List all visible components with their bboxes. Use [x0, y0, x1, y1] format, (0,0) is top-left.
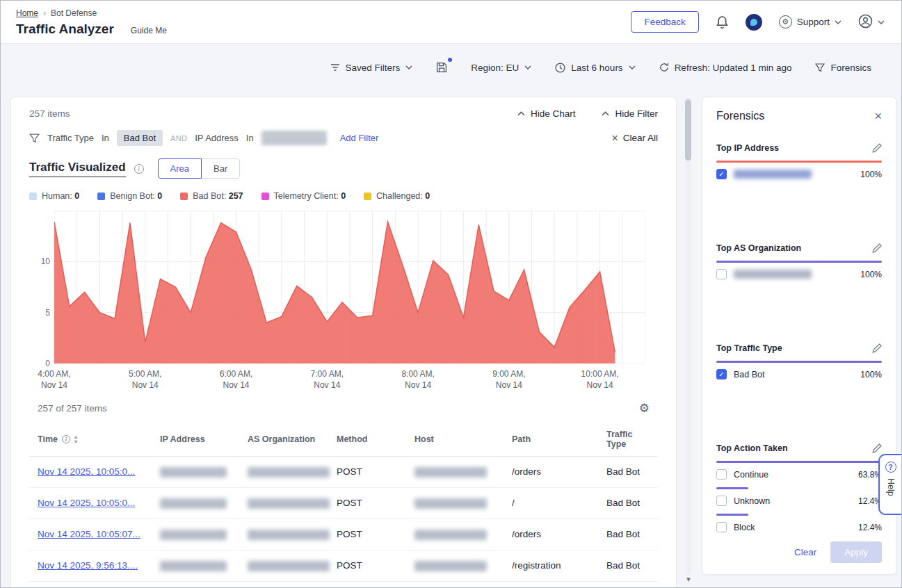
filter-operator-1[interactable]: In	[102, 133, 109, 143]
edit-pencil-icon[interactable]	[872, 443, 882, 453]
close-icon: ×	[611, 132, 618, 145]
cell-time[interactable]: Nov 14 2025, 10:05:07...	[38, 529, 160, 539]
column-header-host[interactable]: Host	[414, 434, 512, 444]
chevron-down-icon	[835, 20, 841, 24]
column-header-as-organization[interactable]: AS Organization	[248, 434, 337, 444]
column-header-method[interactable]: Method	[337, 434, 414, 444]
assistant-icon[interactable]	[746, 14, 762, 31]
table-header-row: Time i ▴▾ IP Address AS Organization Met…	[29, 423, 658, 457]
close-icon[interactable]: ×	[874, 110, 882, 122]
scroll-down-arrow-icon[interactable]: ▾	[685, 575, 692, 584]
table-row[interactable]: Nov 14 2025, 10:05:0...POST/ordersBad Bo…	[29, 457, 658, 488]
cell-time[interactable]: Nov 14 2025, 10:05:0...	[38, 498, 160, 508]
legend-swatch	[180, 193, 188, 200]
filter-field-2[interactable]: IP Address	[195, 133, 239, 143]
saved-filters-dropdown[interactable]: Saved Filters	[319, 63, 425, 73]
area-chart-button[interactable]: Area	[158, 158, 202, 179]
forensics-toggle-label: Forensics	[830, 63, 871, 73]
forensics-item[interactable]: Unknown12.4%	[716, 496, 882, 506]
item-label: Continue	[734, 470, 768, 480]
column-header-traffic-type[interactable]: Traffic Type	[606, 430, 650, 449]
table-row[interactable]: Nov 14 2025, 9:56:13....POST/registratio…	[29, 550, 658, 582]
checkbox[interactable]	[716, 522, 727, 532]
refresh-status-label: Refresh: Updated 1 min ago	[675, 63, 792, 73]
help-tab[interactable]: ? Help	[878, 454, 901, 515]
cell-time[interactable]: Nov 14 2025, 10:05:0...	[38, 466, 160, 477]
forensics-item[interactable]: Continue63.8%	[716, 469, 882, 480]
hide-filter-toggle[interactable]: Hide Filter	[602, 108, 658, 119]
legend-item-telemetry-client[interactable]: Telemetry Client: 0	[261, 191, 346, 201]
scrollbar-thumb[interactable]	[685, 99, 691, 161]
vertical-scrollbar[interactable]	[685, 98, 691, 575]
edit-pencil-icon[interactable]	[872, 243, 882, 253]
filter-conjunction: AND	[170, 134, 187, 142]
checkbox[interactable]	[716, 469, 727, 480]
funnel-icon	[815, 63, 825, 72]
edit-pencil-icon[interactable]	[872, 343, 882, 353]
column-header-time[interactable]: Time i ▴▾	[38, 434, 160, 444]
add-filter-button[interactable]: Add Filter	[340, 133, 379, 143]
column-header-path[interactable]: Path	[512, 434, 606, 444]
traffic-chart-svg	[54, 211, 645, 364]
forensics-section-top-traffic-type: Top Traffic Type✓Bad Bot100%	[716, 343, 882, 424]
filter-operator-2[interactable]: In	[246, 133, 254, 143]
cell-time[interactable]: Nov 14 2025, 9:56:13....	[38, 560, 160, 571]
sort-icon[interactable]: ▴▾	[74, 434, 77, 444]
breadcrumb-home-link[interactable]: Home	[16, 8, 38, 18]
cell-method: POST	[337, 498, 414, 508]
forensics-item[interactable]: ✓100%	[716, 169, 882, 179]
funnel-icon	[29, 133, 40, 143]
cell-method: POST	[337, 560, 414, 571]
clear-button[interactable]: Clear	[794, 547, 816, 557]
clear-all-button[interactable]: × Clear All	[611, 132, 658, 145]
bar-chart-button[interactable]: Bar	[201, 158, 240, 179]
item-percentage: 100%	[860, 370, 882, 379]
region-dropdown[interactable]: Region: EU	[459, 63, 543, 73]
forensics-toggle[interactable]: Forensics	[803, 63, 883, 73]
checkbox[interactable]	[716, 269, 727, 279]
edit-pencil-icon[interactable]	[872, 143, 882, 153]
filter-toolbar: Saved Filters Region: EU Last 6 hours Re…	[1, 44, 901, 90]
forensics-section-top-as-organization: Top AS Organization100%	[716, 243, 882, 324]
save-filter-button[interactable]	[424, 62, 459, 73]
forensics-item[interactable]: Block12.4%	[716, 522, 882, 532]
redacted-value	[734, 170, 812, 179]
checkbox[interactable]: ✓	[716, 369, 727, 379]
redacted-value	[414, 498, 487, 509]
cell-as-org	[248, 560, 337, 571]
legend-item-challenged[interactable]: Challenged: 0	[364, 191, 430, 201]
account-menu[interactable]	[858, 14, 885, 31]
refresh-button[interactable]: Refresh: Updated 1 min ago	[647, 63, 804, 73]
column-header-ip-address[interactable]: IP Address	[160, 434, 248, 444]
checkbox[interactable]: ✓	[716, 169, 727, 179]
support-menu[interactable]: ⚙ Support	[779, 15, 841, 28]
legend-item-bad-bot[interactable]: Bad Bot: 257	[180, 191, 243, 201]
guide-me-link[interactable]: Guide Me	[131, 26, 167, 35]
support-label: Support	[797, 17, 830, 27]
chart-x-axis: 4:00 AM, Nov 145:00 AM, Nov 146:00 AM, N…	[54, 368, 645, 389]
time-range-dropdown[interactable]: Last 6 hours	[543, 63, 647, 73]
notifications-bell-icon[interactable]	[716, 15, 729, 29]
info-icon[interactable]: i	[62, 435, 70, 443]
cell-path: /	[512, 498, 606, 508]
legend-item-human[interactable]: Human: 0	[29, 191, 79, 201]
apply-button[interactable]: Apply	[830, 541, 882, 563]
table-row[interactable]: Nov 14 2025, 10:05:0...POST/Bad Bot	[29, 488, 658, 519]
feedback-button[interactable]: Feedback	[631, 11, 698, 33]
forensics-item[interactable]: ✓Bad Bot100%	[716, 369, 882, 379]
cell-host	[414, 466, 512, 477]
filter-value-chip[interactable]: Bad Bot	[117, 130, 163, 146]
forensics-panel: Forensics × Top IP Address✓100%Top AS Or…	[702, 97, 896, 575]
table-settings-gear-icon[interactable]: ⚙	[639, 401, 650, 416]
checkbox[interactable]	[716, 496, 727, 506]
hide-chart-toggle[interactable]: Hide Chart	[517, 108, 576, 119]
legend-item-benign-bot[interactable]: Benign Bot: 0	[97, 191, 162, 201]
section-title: Top AS Organization	[716, 243, 801, 253]
column-label: Time	[38, 434, 58, 444]
forensics-item[interactable]: 100%	[716, 269, 882, 279]
info-icon[interactable]: i	[134, 164, 144, 174]
table-row[interactable]: Nov 14 2025, 10:05:07...POST/ordersBad B…	[29, 519, 658, 550]
filter-field-1[interactable]: Traffic Type	[47, 133, 94, 143]
filter-value-redacted-chip[interactable]	[261, 131, 327, 145]
distribution-bar	[716, 514, 748, 516]
